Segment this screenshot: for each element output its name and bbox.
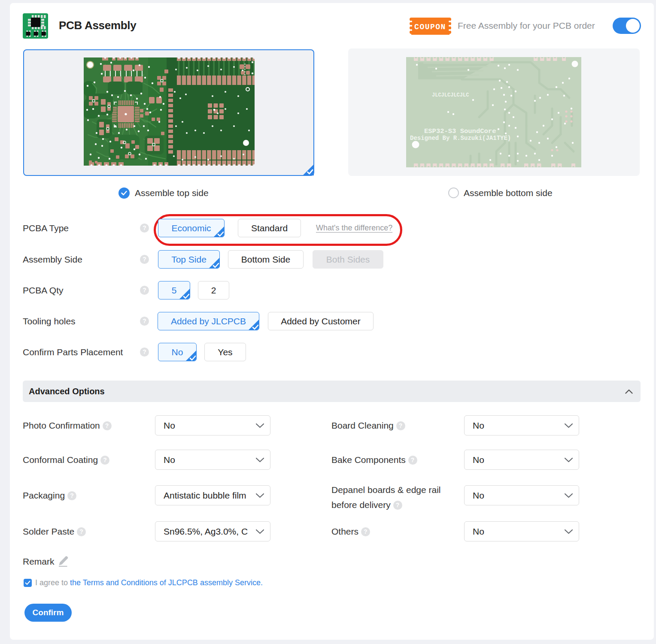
svg-text:JLCJLCJLCJLC: JLCJLCJLCJLC [432,92,469,98]
svg-text:COUPON: COUPON [414,23,446,31]
svg-text:ESP32-S3 SoundCore: ESP32-S3 SoundCore [424,127,496,135]
svg-text:Designed By R.Suzuki(JA1TYE): Designed By R.Suzuki(JA1TYE) [410,135,511,142]
